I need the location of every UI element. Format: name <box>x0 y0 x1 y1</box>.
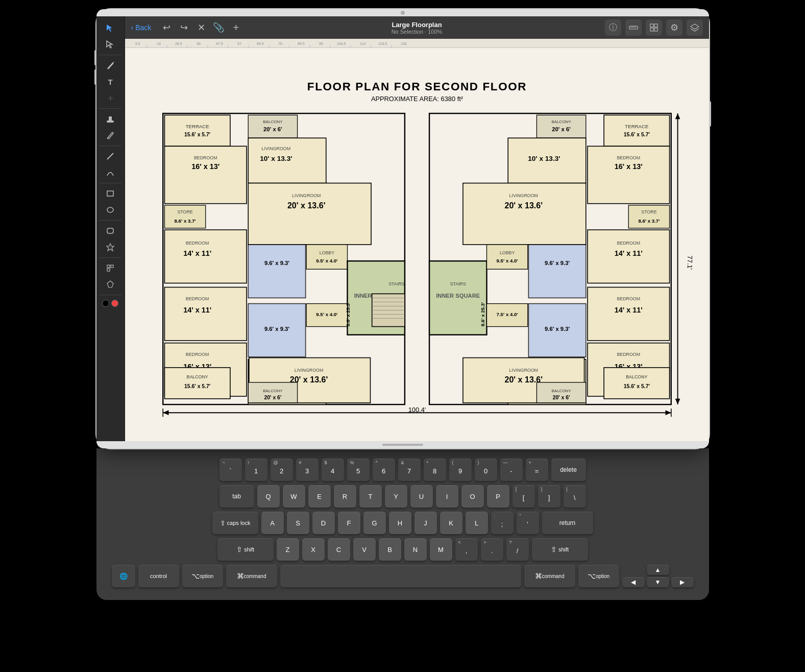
stroke-color[interactable] <box>111 300 118 307</box>
key-comma[interactable]: <, <box>455 538 478 561</box>
svg-text:8.6' x 25.3': 8.6' x 25.3' <box>345 302 351 326</box>
brush-tool[interactable] <box>101 111 119 127</box>
key-1[interactable]: !1 <box>245 459 267 481</box>
key-b[interactable]: B <box>379 538 401 561</box>
key-option-left[interactable]: ⌥option <box>182 565 223 587</box>
key-q[interactable]: Q <box>257 485 280 508</box>
key-f[interactable]: F <box>338 512 360 534</box>
key-a[interactable]: A <box>261 512 284 534</box>
back-label[interactable]: Back <box>135 23 151 32</box>
oval-tool[interactable] <box>101 202 119 218</box>
rect-tool[interactable] <box>101 186 119 201</box>
resize-handle[interactable]: ⊹ <box>101 90 119 106</box>
pen-tool[interactable] <box>101 58 119 73</box>
svg-text:FLOOR PLAN FOR SECOND FLOOR: FLOOR PLAN FOR SECOND FLOOR <box>307 80 526 93</box>
fill-color[interactable] <box>102 300 109 307</box>
select-arrow-tool[interactable] <box>101 20 119 36</box>
add-button[interactable]: + <box>229 20 243 35</box>
key-j[interactable]: J <box>414 512 437 534</box>
settings-button[interactable]: ⚙ <box>666 19 682 36</box>
text-tool[interactable]: T <box>101 74 119 89</box>
key-pipe[interactable]: |\ <box>564 485 586 508</box>
key-quote[interactable]: "' <box>517 512 539 534</box>
color-picker[interactable] <box>102 300 118 307</box>
key-6[interactable]: ^6 <box>373 459 395 481</box>
attach-button[interactable]: 📎 <box>211 20 226 35</box>
key-m[interactable]: M <box>430 538 452 561</box>
key-p[interactable]: P <box>487 485 509 508</box>
key-arrow-right[interactable]: ▶ <box>671 577 694 587</box>
key-h[interactable]: H <box>389 512 411 534</box>
key-backtick[interactable]: ~ ` <box>219 459 242 481</box>
document-title: Large Floorplan <box>392 21 443 29</box>
key-delete[interactable]: delete <box>551 459 586 481</box>
key-arrow-left[interactable]: ◀ <box>622 577 645 587</box>
redo-button[interactable]: ↪ <box>177 20 191 35</box>
key-c[interactable]: C <box>328 538 350 561</box>
key-k[interactable]: K <box>440 512 462 534</box>
key-u[interactable]: U <box>410 485 433 508</box>
svg-text:BEDROOM: BEDROOM <box>617 352 640 357</box>
key-shift-left[interactable]: ⇧ shift <box>217 538 274 561</box>
freeform-tool[interactable] <box>101 277 119 292</box>
curve-tool[interactable] <box>101 165 119 180</box>
key-space[interactable] <box>280 565 521 587</box>
key-capslock[interactable]: ⇪ caps lock <box>212 512 258 534</box>
key-shift-right[interactable]: ⇧ shift <box>532 538 588 561</box>
select-hollow-tool[interactable] <box>101 37 119 52</box>
key-w[interactable]: W <box>283 485 305 508</box>
pencil-tool[interactable] <box>101 128 119 143</box>
key-command-right[interactable]: ⌘command <box>524 565 575 587</box>
ruler-button[interactable] <box>625 19 642 36</box>
key-4[interactable]: $4 <box>322 459 344 481</box>
key-i[interactable]: I <box>436 485 458 508</box>
drawing-canvas[interactable]: ‹ Back ↩ ↪ ✕ 📎 + Large Floorplan No Sele… <box>125 16 709 441</box>
key-e[interactable]: E <box>308 485 331 508</box>
key-r[interactable]: R <box>334 485 356 508</box>
key-slash[interactable]: ?/ <box>506 538 529 561</box>
polygon-tool[interactable] <box>101 260 119 276</box>
key-y[interactable]: Y <box>385 485 407 508</box>
back-button[interactable]: ‹ Back <box>131 23 152 32</box>
key-n[interactable]: N <box>404 538 427 561</box>
key-2[interactable]: @2 <box>271 459 293 481</box>
key-period[interactable]: >. <box>481 538 503 561</box>
key-lbrace[interactable]: {[ <box>513 485 535 508</box>
key-arrow-down[interactable]: ▼ <box>647 577 669 587</box>
key-s[interactable]: S <box>287 512 309 534</box>
key-globe[interactable]: 🌐 <box>112 565 135 587</box>
key-equals[interactable]: += <box>526 459 548 481</box>
key-command-left[interactable]: ⌘command <box>226 565 277 587</box>
key-0[interactable]: )0 <box>475 459 497 481</box>
layers-button[interactable] <box>687 19 703 36</box>
key-7[interactable]: &7 <box>398 459 421 481</box>
key-arrow-up[interactable]: ▲ <box>647 565 669 575</box>
undo-button[interactable]: ↩ <box>159 20 174 35</box>
key-5[interactable]: %5 <box>347 459 370 481</box>
key-d[interactable]: D <box>312 512 335 534</box>
key-semicolon[interactable]: :; <box>491 512 514 534</box>
key-minus[interactable]: —- <box>500 459 523 481</box>
line-tool[interactable] <box>101 149 119 164</box>
key-rbrace[interactable]: }] <box>538 485 560 508</box>
key-o[interactable]: O <box>461 485 484 508</box>
key-control[interactable]: control <box>138 565 179 587</box>
star-tool[interactable] <box>101 239 119 255</box>
key-g[interactable]: G <box>363 512 386 534</box>
key-z[interactable]: Z <box>277 538 299 561</box>
grid-button[interactable] <box>646 19 662 36</box>
key-tab[interactable]: tab <box>219 485 254 508</box>
key-option-right[interactable]: ⌥option <box>578 565 619 587</box>
info-button[interactable]: ⓘ <box>605 19 621 36</box>
key-return[interactable]: return <box>542 512 593 534</box>
key-t[interactable]: T <box>359 485 382 508</box>
key-3[interactable]: #3 <box>296 459 319 481</box>
close-button[interactable]: ✕ <box>194 20 208 35</box>
key-x[interactable]: X <box>302 538 325 561</box>
key-8[interactable]: *8 <box>424 459 446 481</box>
key-l[interactable]: L <box>466 512 488 534</box>
key-v[interactable]: V <box>353 538 376 561</box>
rounded-rect-tool[interactable] <box>101 223 119 238</box>
key-9[interactable]: (9 <box>449 459 472 481</box>
floorplan-area[interactable]: FLOOR PLAN FOR SECOND FLOOR APPROXIMATE … <box>125 48 709 441</box>
